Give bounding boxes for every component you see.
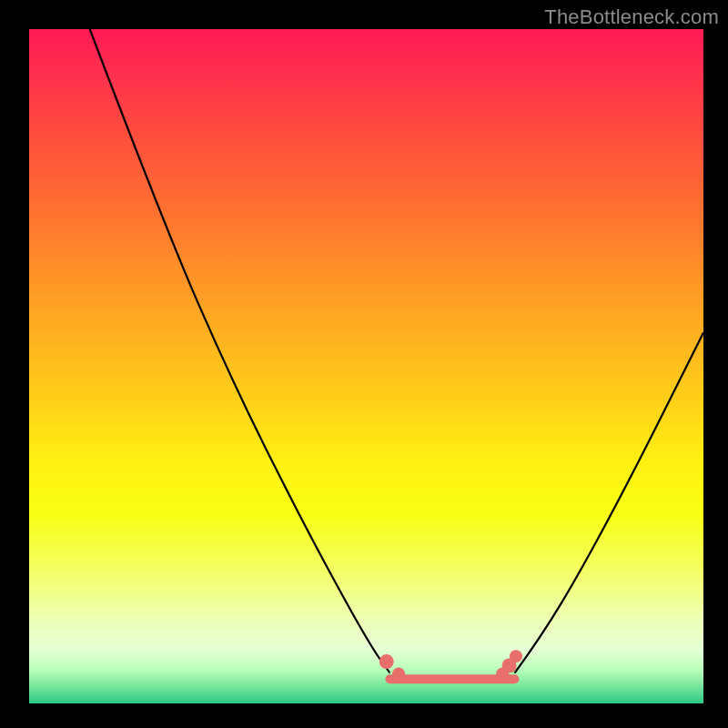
chart-svg [29,29,703,703]
chart-container: TheBottleneck.com [0,0,728,728]
series-right-curve [515,332,703,672]
plot-area [29,29,703,703]
marker-left-dot [379,654,394,669]
watermark-text: TheBottleneck.com [544,5,719,29]
series-group [90,29,703,679]
series-left-curve [90,29,390,673]
marker-right-dot-3 [510,650,522,662]
marker-left-dot-2 [392,667,405,680]
